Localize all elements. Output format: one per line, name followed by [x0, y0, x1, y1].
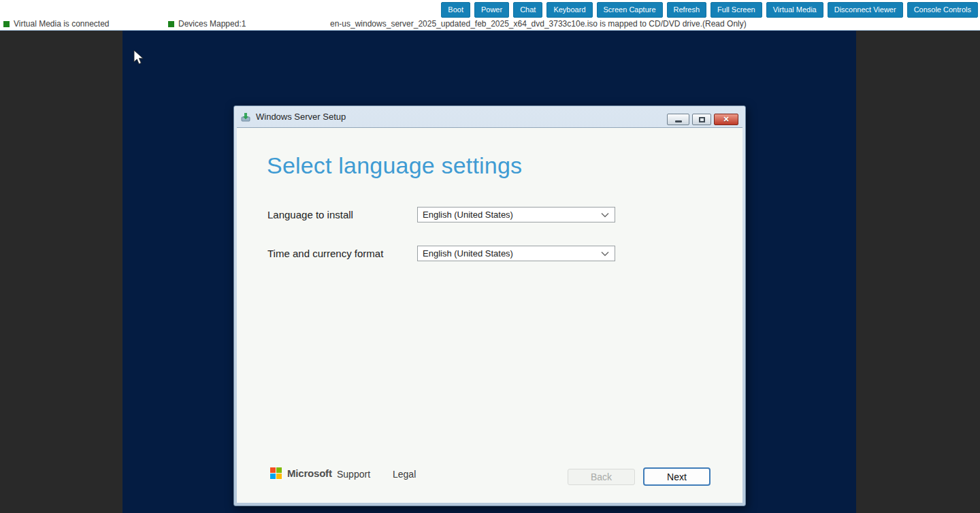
language-to-install-select[interactable]: English (United States) — [417, 207, 615, 222]
back-button[interactable]: Back — [568, 469, 635, 485]
maximize-button[interactable] — [692, 114, 711, 125]
screen-capture-button[interactable]: Screen Capture — [597, 2, 663, 18]
page-title: Select language settings — [267, 152, 522, 179]
minimize-icon — [675, 120, 682, 122]
boot-button[interactable]: Boot — [441, 2, 470, 18]
power-button[interactable]: Power — [474, 2, 509, 18]
time-select-value: English (United States) — [423, 248, 513, 259]
virtual-media-status-label: Virtual Media is connected — [14, 19, 110, 29]
setup-titlebar[interactable]: Windows Server Setup ✕ — [234, 106, 745, 127]
close-icon: ✕ — [723, 116, 729, 123]
virtual-media-button[interactable]: Virtual Media — [766, 2, 823, 18]
chevron-down-icon — [601, 251, 609, 256]
time-currency-format-select[interactable]: English (United States) — [417, 246, 615, 261]
minimize-button[interactable] — [667, 114, 689, 125]
legal-link[interactable]: Legal — [393, 469, 416, 480]
setup-window-title: Windows Server Setup — [256, 112, 346, 122]
virtual-media-status: Virtual Media is connected — [3, 19, 110, 29]
console-controls-button[interactable]: Console Controls — [907, 2, 978, 18]
time-currency-format-label: Time and currency format — [267, 248, 383, 259]
window-controls: ✕ — [667, 114, 738, 125]
iso-mapping-status: en-us_windows_server_2025_updated_feb_20… — [330, 19, 747, 29]
setup-window: Windows Server Setup ✕ Select language s… — [233, 105, 746, 506]
microsoft-brand-label: Microsoft — [287, 467, 332, 479]
support-link[interactable]: Support — [337, 469, 370, 480]
disconnect-viewer-button[interactable]: Disconnect Viewer — [828, 2, 903, 18]
chat-button[interactable]: Chat — [513, 2, 542, 18]
chevron-down-icon — [601, 212, 609, 218]
microsoft-logo-icon — [270, 467, 282, 479]
keyboard-button[interactable]: Keyboard — [546, 2, 592, 18]
devices-mapped-label: Devices Mapped:1 — [178, 19, 246, 29]
viewer-header: Boot Power Chat Keyboard Screen Capture … — [0, 0, 980, 31]
status-green-indicator-icon — [3, 21, 10, 27]
language-select-value: English (United States) — [423, 210, 513, 220]
mouse-cursor-icon — [132, 50, 146, 65]
status-green-indicator-icon — [168, 21, 174, 27]
close-button[interactable]: ✕ — [714, 114, 738, 125]
language-to-install-label: Language to install — [267, 209, 353, 220]
microsoft-brand: Microsoft — [270, 467, 332, 479]
setup-app-icon — [241, 112, 251, 122]
next-button[interactable]: Next — [643, 467, 710, 486]
full-screen-button[interactable]: Full Screen — [710, 2, 762, 18]
refresh-button[interactable]: Refresh — [667, 2, 707, 18]
viewer-toolbar: Boot Power Chat Keyboard Screen Capture … — [441, 2, 978, 18]
devices-mapped-status: Devices Mapped:1 — [168, 19, 246, 29]
setup-dialog-body: Select language settings Language to ins… — [237, 127, 742, 503]
maximize-icon — [699, 117, 705, 122]
